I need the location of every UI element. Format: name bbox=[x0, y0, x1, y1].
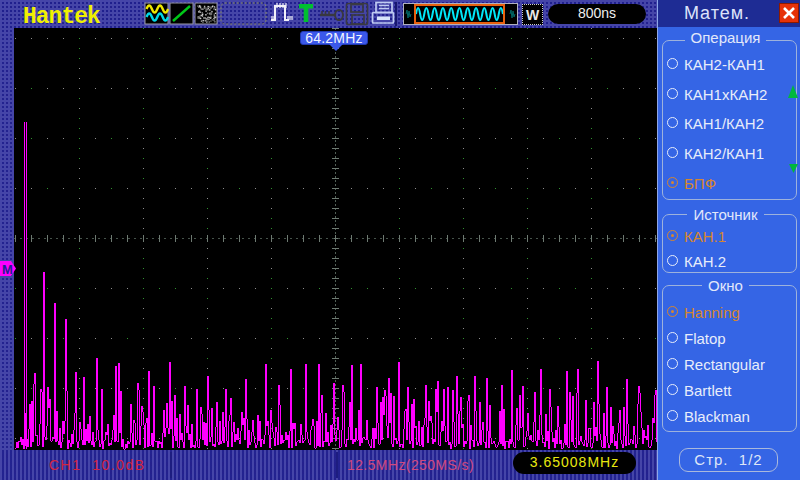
svg-text:M: M bbox=[2, 262, 13, 277]
